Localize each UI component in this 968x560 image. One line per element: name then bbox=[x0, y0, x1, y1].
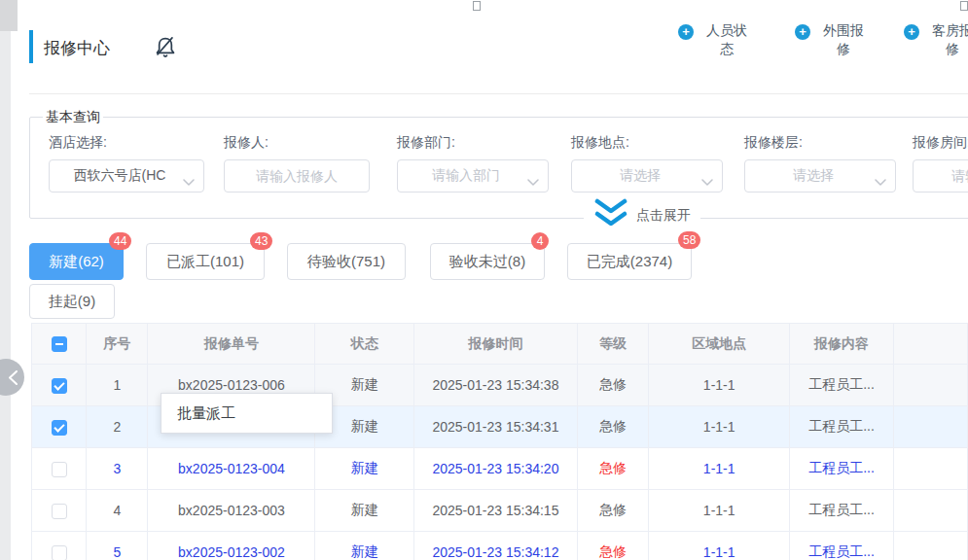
cell-level: 急修 bbox=[578, 365, 649, 406]
row-checkbox[interactable] bbox=[52, 462, 67, 477]
chevron-down-icon bbox=[701, 173, 713, 189]
repair-orders-table: 序号 报修单号 状态 报修时间 等级 区域地点 报修内容 1 bx2025-01… bbox=[31, 323, 968, 560]
left-rail bbox=[0, 0, 11, 560]
tab-dispatched[interactable]: 已派工(101) bbox=[146, 243, 265, 280]
room-input[interactable] bbox=[914, 159, 968, 192]
context-menu: 批量派工 bbox=[161, 393, 333, 434]
floor-select[interactable]: 请选择 bbox=[744, 159, 896, 192]
row-checkbox[interactable] bbox=[52, 545, 67, 560]
reporter-input-wrap bbox=[224, 159, 370, 192]
tab-suspended[interactable]: 挂起(9) bbox=[29, 284, 115, 319]
table-row: 5 bx2025-0123-002 新建 2025-01-23 15:34:12… bbox=[32, 532, 968, 560]
table-row: 4 bx2025-0123-003 新建 2025-01-23 15:34:15… bbox=[32, 490, 968, 532]
col-order-no: 报修单号 bbox=[148, 324, 315, 365]
cell-area: 1-1-1 bbox=[648, 490, 790, 532]
chevron-down-icon bbox=[527, 173, 539, 189]
glyph-artifact bbox=[960, 1, 968, 11]
department-select[interactable]: 请输入部门 bbox=[397, 159, 549, 192]
personnel-status-button[interactable]: + 人员状态 bbox=[678, 21, 750, 58]
badge-new: 44 bbox=[109, 232, 131, 250]
room-repair-button[interactable]: + 客房报修 bbox=[904, 21, 968, 58]
cell-time: 2025-01-23 15:34:38 bbox=[413, 365, 577, 406]
header-checkbox-cell bbox=[32, 324, 87, 365]
plus-icon: + bbox=[795, 24, 810, 40]
col-time: 报修时间 bbox=[413, 324, 577, 365]
cell-level: 急修 bbox=[578, 406, 649, 448]
panel-legend: 基本查询 bbox=[43, 109, 103, 126]
cell-content: 工程员工... bbox=[790, 490, 893, 532]
cell-time: 2025-01-23 15:34:31 bbox=[413, 406, 577, 448]
cell-order-no[interactable]: bx2025-0123-003 bbox=[148, 490, 315, 532]
batch-dispatch-menu-item[interactable]: 批量派工 bbox=[161, 404, 235, 423]
row-checkbox[interactable] bbox=[52, 378, 67, 394]
cell-time: 2025-01-23 15:34:12 bbox=[413, 532, 577, 560]
cell-area: 1-1-1 bbox=[648, 532, 790, 560]
cell-extra bbox=[893, 532, 967, 560]
page-title: 报修中心 bbox=[44, 37, 110, 59]
cell-content: 工程员工... bbox=[790, 365, 893, 406]
cell-order-no[interactable]: bx2025-0123-002 bbox=[148, 532, 315, 560]
chevron-down-icon bbox=[183, 173, 195, 189]
plus-icon: + bbox=[678, 24, 694, 40]
title-accent-bar bbox=[29, 30, 33, 63]
cell-level: 急修 bbox=[578, 532, 649, 560]
room-input-wrap bbox=[913, 159, 968, 192]
hotel-select-field: 酒店选择: 西软六号店(HC bbox=[49, 134, 204, 192]
row-checkbox[interactable] bbox=[52, 504, 67, 519]
plus-icon: + bbox=[904, 24, 919, 40]
external-repair-button[interactable]: + 外围报修 bbox=[795, 21, 867, 58]
cell-seq: 1 bbox=[87, 365, 148, 406]
room-field: 报修房间: bbox=[913, 134, 968, 192]
cell-content: 工程员工... bbox=[790, 532, 893, 560]
cell-extra bbox=[893, 448, 967, 490]
cell-area: 1-1-1 bbox=[648, 406, 790, 448]
col-extra bbox=[893, 324, 967, 365]
reporter-input[interactable] bbox=[225, 159, 369, 192]
col-area: 区域地点 bbox=[648, 324, 790, 365]
cell-level: 急修 bbox=[578, 490, 649, 532]
hotel-select[interactable]: 西软六号店(HC bbox=[49, 159, 204, 192]
tab-acceptance-failed[interactable]: 验收未过(8) bbox=[430, 243, 545, 280]
cell-status: 新建 bbox=[315, 448, 413, 490]
tab-completed[interactable]: 已完成(2374) bbox=[567, 243, 692, 280]
col-content: 报修内容 bbox=[790, 324, 893, 365]
reporter-field: 报修人: bbox=[224, 134, 370, 192]
cell-order-no[interactable]: bx2025-0123-004 bbox=[148, 448, 315, 490]
cell-seq: 2 bbox=[87, 406, 148, 448]
sidebar-collapse-handle[interactable] bbox=[0, 359, 24, 396]
tab-new[interactable]: 新建(62) bbox=[29, 243, 124, 280]
double-chevron-down-icon bbox=[593, 198, 628, 233]
floor-field: 报修楼层: 请选择 bbox=[744, 134, 896, 192]
row-checkbox[interactable] bbox=[52, 420, 67, 436]
cell-extra bbox=[893, 406, 967, 448]
bell-mute-icon[interactable] bbox=[151, 33, 180, 62]
rail-corner bbox=[0, 0, 18, 31]
department-field: 报修部门: 请输入部门 bbox=[397, 134, 549, 192]
glyph-artifact bbox=[473, 1, 481, 11]
repair-center-page: 报修中心 + 人员状态 + 外围报修 + 客房报修 基本查询 酒店选择: 西软六… bbox=[0, 0, 968, 560]
cell-seq: 3 bbox=[87, 448, 148, 490]
cell-status: 新建 bbox=[315, 490, 413, 532]
select-all-checkbox[interactable] bbox=[52, 336, 67, 352]
location-field: 报修地点: 请选择 bbox=[571, 134, 723, 192]
col-seq: 序号 bbox=[87, 324, 148, 365]
cell-seq: 5 bbox=[87, 532, 148, 560]
header-divider bbox=[29, 93, 968, 94]
badge-acceptance-failed: 4 bbox=[531, 232, 549, 250]
expand-toggle[interactable]: 点击展开 bbox=[584, 197, 700, 234]
cell-area: 1-1-1 bbox=[648, 365, 790, 406]
tab-pending-acceptance[interactable]: 待验收(751) bbox=[287, 243, 406, 280]
cell-content: 工程员工... bbox=[790, 406, 893, 448]
cell-extra bbox=[893, 490, 967, 532]
cell-status: 新建 bbox=[315, 532, 413, 560]
table-header-row: 序号 报修单号 状态 报修时间 等级 区域地点 报修内容 bbox=[32, 324, 968, 365]
table-row: 3 bx2025-0123-004 新建 2025-01-23 15:34:20… bbox=[32, 448, 968, 490]
cell-area: 1-1-1 bbox=[648, 448, 790, 490]
cell-extra bbox=[893, 365, 967, 406]
col-status: 状态 bbox=[315, 324, 413, 365]
location-select[interactable]: 请选择 bbox=[571, 159, 723, 192]
cell-time: 2025-01-23 15:34:15 bbox=[413, 490, 577, 532]
chevron-down-icon bbox=[875, 173, 886, 189]
cell-seq: 4 bbox=[87, 490, 148, 532]
badge-dispatched: 43 bbox=[250, 232, 272, 250]
